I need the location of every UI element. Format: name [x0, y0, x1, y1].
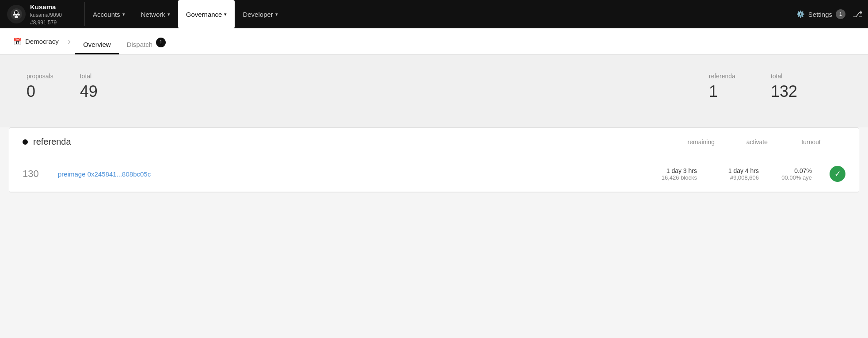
git-icon[interactable]: ⎇ — [853, 9, 863, 19]
brand-sub2: #8,991,579 — [30, 19, 62, 27]
referenda-header: referenda remaining activate turnout — [9, 128, 859, 156]
svg-point-5 — [15, 15, 18, 18]
main-content: proposals 0 total 49 referenda 1 total 1… — [0, 55, 868, 338]
settings-gear-icon: ⚙️ — [796, 10, 805, 18]
col-remaining-label: remaining — [662, 138, 715, 146]
settings-badge: 1 — [836, 9, 845, 19]
ref-turnout-primary: 0.07% — [768, 167, 812, 174]
brand-logo-icon — [7, 5, 26, 23]
ref-remaining: 1 day 3 hrs 16,426 blocks — [644, 167, 697, 181]
network-chevron-icon: ▾ — [168, 12, 170, 17]
nav-right: ⚙️ Settings 1 ⎇ — [796, 9, 863, 19]
ref-activate-primary: 1 day 4 hrs — [706, 167, 759, 174]
referenda-stat: referenda 1 — [709, 73, 735, 101]
nav-accounts[interactable]: Accounts ▾ — [85, 0, 133, 28]
referenda-section: referenda remaining activate turnout 130… — [9, 127, 859, 192]
brand-name: Kusama — [30, 2, 62, 12]
referenda-section-title: referenda — [33, 137, 662, 147]
proposals-total-value: 49 — [80, 82, 98, 101]
developer-chevron-icon: ▾ — [275, 12, 278, 17]
svg-point-2 — [15, 11, 18, 14]
table-row: 130 preimage 0x245841...808bc05c 1 day 3… — [9, 156, 859, 192]
dispatch-badge: 1 — [156, 38, 166, 47]
nav-items: Accounts ▾ Network ▾ Governance ▾ Develo… — [85, 0, 796, 28]
referenda-total-stat: total 132 — [771, 73, 797, 101]
calendar-icon: 📅 — [13, 38, 22, 46]
proposals-label: proposals — [27, 73, 53, 80]
col-activate-label: activate — [715, 138, 768, 146]
proposals-total-stat: total 49 — [80, 73, 98, 101]
ref-activate: 1 day 4 hrs #9,008,606 — [706, 167, 759, 181]
accounts-chevron-icon: ▾ — [122, 12, 125, 17]
col-turnout-label: turnout — [768, 138, 821, 146]
referenda-total-value: 132 — [771, 82, 797, 101]
subnav-divider: › — [68, 36, 71, 47]
nav-governance[interactable]: Governance ▾ — [178, 0, 235, 28]
nav-network[interactable]: Network ▾ — [133, 0, 178, 28]
brand-text: Kusama kusama/9090 #8,991,579 — [30, 2, 62, 27]
referenda-value: 1 — [709, 82, 735, 101]
referenda-stats: referenda 1 total 132 — [709, 73, 797, 101]
nav-developer[interactable]: Developer ▾ — [235, 0, 286, 28]
governance-chevron-icon: ▾ — [224, 12, 227, 17]
top-navigation: Kusama kusama/9090 #8,991,579 Accounts ▾… — [0, 0, 868, 28]
referenda-dot-icon — [23, 139, 28, 145]
subnav-tabs: Overview Dispatch 1 — [75, 28, 174, 54]
sub-navigation: 📅 Democracy › Overview Dispatch 1 — [0, 28, 868, 55]
ref-turnout: 0.07% 00.00% aye — [768, 167, 812, 181]
proposals-stat: proposals 0 — [27, 73, 53, 101]
referenda-total-label: total — [771, 73, 797, 80]
ref-status-icon: ✓ — [830, 166, 845, 182]
tab-overview[interactable]: Overview — [75, 28, 119, 54]
proposals-stats: proposals 0 total 49 — [27, 73, 98, 101]
ref-description[interactable]: preimage 0x245841...808bc05c — [58, 170, 635, 178]
proposals-total-label: total — [80, 73, 98, 80]
ref-activate-secondary: #9,008,606 — [706, 174, 759, 181]
brand-area[interactable]: Kusama kusama/9090 #8,991,579 — [5, 2, 85, 27]
stats-section: proposals 0 total 49 referenda 1 total 1… — [0, 55, 868, 127]
ref-id: 130 — [23, 168, 49, 180]
ref-remaining-primary: 1 day 3 hrs — [644, 167, 697, 174]
referenda-label: referenda — [709, 73, 735, 80]
ref-turnout-secondary: 00.00% aye — [768, 174, 812, 181]
ref-remaining-secondary: 16,426 blocks — [644, 174, 697, 181]
brand-sub1: kusama/9090 — [30, 12, 62, 19]
proposals-value: 0 — [27, 82, 53, 101]
tab-dispatch[interactable]: Dispatch 1 — [119, 28, 174, 54]
democracy-button[interactable]: 📅 Democracy — [9, 38, 63, 46]
settings-button[interactable]: ⚙️ Settings 1 — [796, 9, 845, 19]
